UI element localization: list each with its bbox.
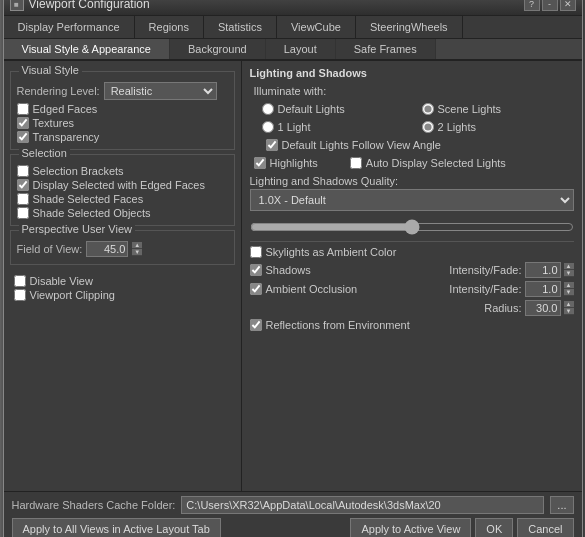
auto-display-input[interactable] [350,157,362,169]
shadows-intensity-down[interactable]: ▼ [564,270,574,277]
shade-objects-label: Shade Selected Objects [33,207,151,219]
disable-view-checkbox[interactable]: Disable View [14,275,231,287]
scene-lights-label: Scene Lights [438,103,502,115]
shade-faces-input[interactable] [17,193,29,205]
transparency-input[interactable] [17,131,29,143]
tab-visual-style[interactable]: Visual Style & Appearance [4,39,170,59]
fov-input[interactable] [86,241,128,257]
shadows-intensity-input[interactable] [525,262,561,278]
browse-button[interactable]: ... [550,496,573,514]
ao-intensity-input[interactable] [525,281,561,297]
ao-radius-down[interactable]: ▼ [564,308,574,315]
scene-lights-radio[interactable]: Scene Lights [422,103,574,115]
cancel-button[interactable]: Cancel [517,518,573,537]
quality-slider[interactable] [250,219,574,235]
fov-up-btn[interactable]: ▲ [132,242,142,249]
shade-objects-checkbox[interactable]: Shade Selected Objects [17,207,228,219]
follow-angle-input[interactable] [266,139,278,151]
tab-regions[interactable]: Regions [135,16,204,38]
textures-label: Textures [33,117,75,129]
window-title: Viewport Configuration [29,0,150,11]
fov-label: Field of View: [17,243,83,255]
follow-angle-checkbox[interactable]: Default Lights Follow View Angle [266,139,574,151]
bottom-checks: Disable View Viewport Clipping [4,269,241,307]
tab-viewcube[interactable]: ViewCube [277,16,356,38]
transparency-checkbox[interactable]: Transparency [17,131,228,143]
ao-intensity-down[interactable]: ▼ [564,289,574,296]
shadows-input[interactable] [250,264,262,276]
ok-button[interactable]: OK [475,518,513,537]
lighting-section-title: Lighting and Shadows [250,67,574,79]
two-lights-radio[interactable]: 2 Lights [422,121,574,133]
edged-faces-checkbox[interactable]: Edged Faces [17,103,228,115]
apply-active-button[interactable]: Apply to Active View [350,518,471,537]
tab-safe-frames[interactable]: Safe Frames [336,39,436,59]
ambient-occlusion-checkbox[interactable]: Ambient Occlusion [250,283,358,295]
ao-intensity-up[interactable]: ▲ [564,282,574,289]
selection-brackets-input[interactable] [17,165,29,177]
sub-tabs-row: Visual Style & Appearance Background Lay… [4,39,582,61]
quality-dropdown[interactable]: 1.0X - Default [250,189,574,211]
one-light-input[interactable] [262,121,274,133]
edged-faces-input[interactable] [17,103,29,115]
ambient-occlusion-label: Ambient Occlusion [266,283,358,295]
minimize-button[interactable]: - [542,0,558,11]
skylights-input[interactable] [250,246,262,258]
default-lights-input[interactable] [262,103,274,115]
shade-objects-input[interactable] [17,207,29,219]
disable-view-input[interactable] [14,275,26,287]
reflections-input[interactable] [250,319,262,331]
highlights-checkbox[interactable]: Highlights [254,157,318,169]
title-bar: ■ Viewport Configuration ? - ✕ [4,0,582,16]
tab-steeringwheels[interactable]: SteeringWheels [356,16,463,38]
reflections-checkbox[interactable]: Reflections from Environment [250,319,574,331]
viewport-clipping-input[interactable] [14,289,26,301]
ao-radius-up[interactable]: ▲ [564,301,574,308]
shadows-intensity-spinner: ▲ ▼ [564,263,574,277]
ao-radius-input[interactable] [525,300,561,316]
visual-style-section: Visual Style Rendering Level: Realistic … [10,71,235,150]
shadows-checkbox[interactable]: Shadows [250,264,311,276]
apply-all-button[interactable]: Apply to All Views in Active Layout Tab [12,518,221,537]
follow-angle-label: Default Lights Follow View Angle [282,139,441,151]
scene-lights-input[interactable] [422,103,434,115]
tab-background[interactable]: Background [170,39,266,59]
display-selected-input[interactable] [17,179,29,191]
tab-layout[interactable]: Layout [266,39,336,59]
help-button[interactable]: ? [524,0,540,11]
highlights-input[interactable] [254,157,266,169]
selection-brackets-checkbox[interactable]: Selection Brackets [17,165,228,177]
textures-input[interactable] [17,117,29,129]
close-button[interactable]: ✕ [560,0,576,11]
display-selected-label: Display Selected with Edged Faces [33,179,205,191]
hw-folder-label: Hardware Shaders Cache Folder: [12,499,176,511]
viewport-config-window: ■ Viewport Configuration ? - ✕ Display P… [3,0,583,537]
two-lights-input[interactable] [422,121,434,133]
right-panel: Lighting and Shadows Illuminate with: De… [242,61,582,491]
ambient-occlusion-input[interactable] [250,283,262,295]
tab-statistics[interactable]: Statistics [204,16,277,38]
textures-checkbox[interactable]: Textures [17,117,228,129]
rendering-level-select[interactable]: Realistic Standard Consistent Colors Hid… [104,82,217,100]
fov-down-btn[interactable]: ▼ [132,249,142,256]
skylights-checkbox[interactable]: Skylights as Ambient Color [250,246,574,258]
viewport-clipping-checkbox[interactable]: Viewport Clipping [14,289,231,301]
rendering-level-row: Rendering Level: Realistic Standard Cons… [17,82,228,100]
default-lights-label: Default Lights [278,103,345,115]
tab-display-performance[interactable]: Display Performance [4,16,135,38]
one-light-radio[interactable]: 1 Light [262,121,414,133]
default-lights-radio[interactable]: Default Lights [262,103,414,115]
display-selected-checkbox[interactable]: Display Selected with Edged Faces [17,179,228,191]
shadows-intensity-up[interactable]: ▲ [564,263,574,270]
auto-display-checkbox[interactable]: Auto Display Selected Lights [350,157,506,169]
hw-folder-row: Hardware Shaders Cache Folder: ... [12,496,574,514]
shade-faces-checkbox[interactable]: Shade Selected Faces [17,193,228,205]
highlights-label: Highlights [270,157,318,169]
illuminate-grid: Default Lights Scene Lights 1 Light 2 Li… [262,101,574,135]
shadows-intensity-label: Intensity/Fade: [449,264,521,276]
action-buttons-row: Apply to All Views in Active Layout Tab … [12,518,574,537]
hw-path-input[interactable] [181,496,544,514]
fov-row: Field of View: ▲ ▼ [17,241,228,257]
one-light-label: 1 Light [278,121,311,133]
visual-style-label: Visual Style [19,64,82,76]
